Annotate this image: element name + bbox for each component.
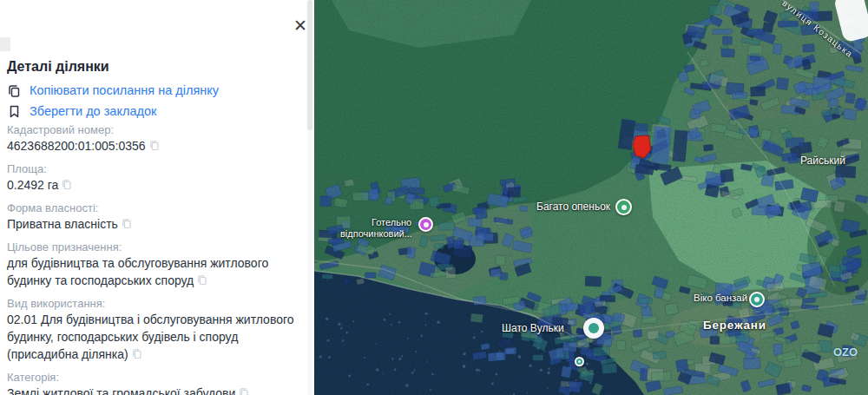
copy-value-icon[interactable] — [62, 177, 72, 194]
town-label-berezhany: Бережани — [703, 319, 766, 332]
field-ownership: Форма власності: Приватна власність — [7, 201, 306, 234]
field-category: Категорія: Землі житлової та громадської… — [7, 371, 306, 395]
copy-value-icon[interactable] — [197, 273, 207, 290]
field-label: Категорія: — [7, 371, 306, 385]
field-value: для будівництва та обслуговування житлов… — [7, 256, 268, 287]
field-value: 0.2492 га — [7, 178, 58, 192]
panel-scrollbar-thumb[interactable] — [307, 0, 312, 130]
place-label-raiskyi: Райський — [800, 155, 845, 167]
poi-pin-hotel[interactable] — [418, 217, 433, 232]
map[interactable]: вулиця Козацька Райський Багато опеньок … — [314, 0, 868, 395]
place-label-ozo: OZO — [833, 346, 858, 359]
field-value: Землі житлової та громадської забудови — [7, 386, 235, 395]
cadastral-map-app: ✕ Деталі ділянки Копіювати посилання на … — [0, 0, 868, 395]
field-area: Площа: 0.2492 га — [7, 162, 306, 194]
place-label-shato-vulky: Шато Вульки — [502, 322, 564, 334]
place-label-bagato-openok: Багато опеньок — [536, 201, 610, 213]
poi-pin-shato-inner — [589, 323, 599, 333]
field-value: 4623688200:01:005:0356 — [7, 139, 146, 153]
field-label: Площа: — [7, 162, 306, 176]
field-label: Кадастровий номер: — [7, 123, 306, 137]
copy-value-icon[interactable] — [239, 385, 249, 395]
field-label: Цільове призначення: — [7, 240, 306, 254]
field-label: Форма власності: — [7, 201, 306, 215]
place-label-viko-banzai: Віко банзай — [694, 293, 747, 303]
field-use-type: Вид використання: 02.01 Для будівництва … — [7, 297, 306, 364]
field-label: Вид використання: — [7, 297, 306, 311]
fields-list: Кадастровий номер: 4623688200:01:005:035… — [0, 0, 314, 395]
poi-pin-shato-vulky[interactable] — [583, 318, 604, 339]
copy-value-icon[interactable] — [122, 216, 132, 234]
field-cadastral-number: Кадастровий номер: 4623688200:01:005:035… — [7, 123, 306, 155]
parcel-details-panel: ✕ Деталі ділянки Копіювати посилання на … — [0, 0, 314, 395]
place-label-hotel-line1: Готельно — [372, 217, 411, 227]
poi-pin-bagato-openok[interactable] — [615, 199, 632, 215]
poi-pin-small[interactable] — [575, 357, 584, 366]
copy-value-icon[interactable] — [132, 346, 142, 364]
place-label-hotel-line2: відпочинковий... — [340, 228, 412, 239]
field-value: 02.01 Для будівництва і обслуговування ж… — [7, 313, 294, 361]
poi-pin-viko-banzai[interactable] — [749, 292, 765, 307]
copy-value-icon[interactable] — [149, 138, 160, 155]
field-designated-purpose: Цільове призначення: для будівництва та … — [7, 240, 306, 290]
field-value: Приватна власність — [7, 217, 118, 231]
